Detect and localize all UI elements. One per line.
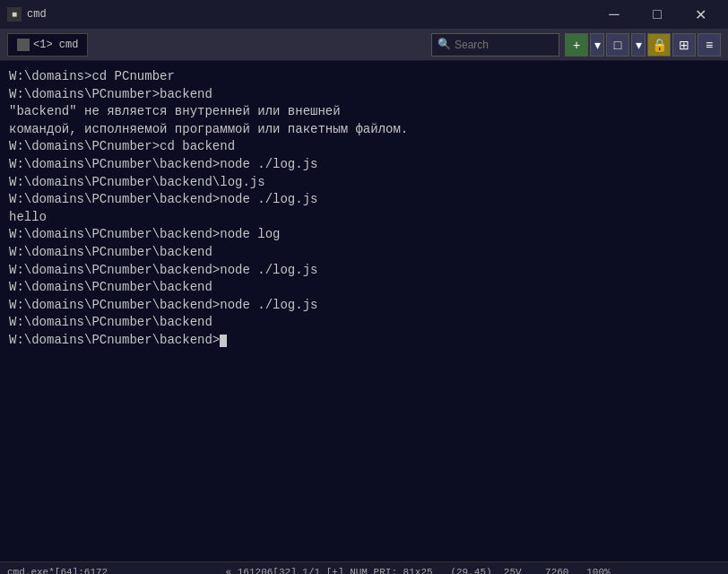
grid-button[interactable]: ⊞ <box>672 33 696 57</box>
status-bar: cmd.exe*[64]:6172 « 161206[32] 1/1 [+] N… <box>0 561 728 574</box>
search-input[interactable] <box>455 39 553 51</box>
title-bar: ■ cmd ─ □ ✕ <box>0 0 728 29</box>
terminal-line: W:\domains\PCnumber\backend>node ./log.j… <box>9 262 719 280</box>
terminal-line: W:\domains\PCnumber>cd backend <box>9 138 719 156</box>
tab-label: <1> cmd <box>33 39 78 51</box>
terminal-line: hello <box>9 209 719 227</box>
status-process: cmd.exe*[64]:6172 <box>7 567 108 575</box>
terminal-tab[interactable]: <1> cmd <box>7 33 88 57</box>
terminal-line: W:\domains\PCnumber\backend <box>9 314 719 332</box>
toolbar: <1> cmd 🔍 + ▾ □ ▾ 🔒 ⊞ ≡ <box>0 29 728 61</box>
close-button[interactable]: ✕ <box>680 0 721 29</box>
terminal-line: W:\domains\PCnumber>backend <box>9 86 719 104</box>
terminal-line: W:\domains\PCnumber\backend\log.js <box>9 174 719 192</box>
terminal-line: W:\domains\PCnumber\backend> <box>9 332 719 350</box>
search-box[interactable]: 🔍 <box>431 33 559 57</box>
terminal-line: "backend" не является внутренней или вне… <box>9 103 719 121</box>
status-position: (29,45) 25V 7260 100% <box>438 567 610 575</box>
search-icon: 🔍 <box>438 38 451 51</box>
terminal-line: командой, исполняемой программой или пак… <box>9 121 719 139</box>
terminal-line: W:\domains\PCnumber\backend>node ./log.j… <box>9 191 719 209</box>
app-icon: ■ <box>7 7 22 22</box>
terminal-line: W:\domains\PCnumber\backend>node log <box>9 226 719 244</box>
toolbar-buttons: + ▾ □ ▾ 🔒 ⊞ ≡ <box>565 33 721 57</box>
monitor-dropdown-button[interactable]: ▾ <box>631 33 646 57</box>
tab-dropdown-button[interactable]: ▾ <box>590 33 604 57</box>
window-title: cmd <box>27 8 594 21</box>
window-controls: ─ □ ✕ <box>594 0 721 29</box>
menu-button[interactable]: ≡ <box>698 33 721 57</box>
maximize-button[interactable]: □ <box>637 0 678 29</box>
status-info: « 161206[32] 1/1 [+] NUM PRI: 81x25 <box>226 567 433 575</box>
add-tab-button[interactable]: + <box>565 33 588 57</box>
status-center: « 161206[32] 1/1 [+] NUM PRI: 81x25 (29,… <box>115 567 721 575</box>
terminal-line: W:\domains\PCnumber\backend <box>9 244 719 262</box>
minimize-button[interactable]: ─ <box>594 0 635 29</box>
lock-button[interactable]: 🔒 <box>647 33 671 57</box>
cursor <box>220 335 227 347</box>
terminal-line: W:\domains>cd PCnumber <box>9 68 719 86</box>
terminal-line: W:\domains\PCnumber\backend>node ./log.j… <box>9 156 719 174</box>
terminal-output: W:\domains>cd PCnumberW:\domains\PCnumbe… <box>0 61 728 561</box>
monitor-button[interactable]: □ <box>606 33 629 57</box>
terminal-line: W:\domains\PCnumber\backend>node ./log.j… <box>9 297 719 315</box>
terminal-line: W:\domains\PCnumber\backend <box>9 279 719 297</box>
tab-icon <box>17 39 30 51</box>
